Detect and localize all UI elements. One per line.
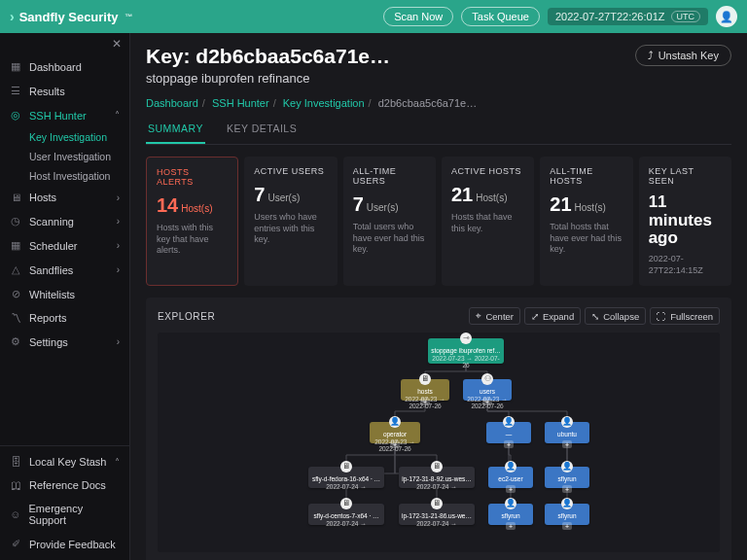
graph-node[interactable]: 👤ec2-user+ xyxy=(488,467,533,488)
crumb-current: d2b6cbaa5c6a71e… xyxy=(378,97,478,109)
node-label: — xyxy=(489,431,528,438)
graph-node[interactable]: 👤sflyrun+ xyxy=(545,467,589,488)
node-type-icon: 👤 xyxy=(503,416,515,428)
sidebar-item-reports[interactable]: 〽Reports xyxy=(0,306,129,330)
graph-node[interactable]: ⊸stoppage ibuprofen ref…2022-07-23 → 202… xyxy=(428,338,504,364)
graph-node[interactable]: 👤—+ xyxy=(486,422,531,443)
sidebar-item-results[interactable]: ☰Results xyxy=(0,79,129,103)
sidebar-item-scheduler[interactable]: ▦Scheduler› xyxy=(0,233,129,258)
stat-value: 14 xyxy=(157,194,178,216)
node-label: users xyxy=(466,388,509,395)
chevron-icon: ˄ xyxy=(115,110,120,121)
explorer-graph[interactable]: ⊸stoppage ibuprofen ref…2022-07-23 → 202… xyxy=(158,332,720,552)
graph-node[interactable]: 👤operator2022-07-23 → 2022-07-26+ xyxy=(370,422,420,443)
tab-key-details[interactable]: KEY DETAILS xyxy=(225,122,299,144)
sidebar-sub-host-investigation[interactable]: Host Investigation xyxy=(0,166,129,186)
stat-meta: Hosts with this key that have alerts. xyxy=(157,223,228,257)
sidebar-item-ssh-hunter[interactable]: ◎SSH Hunter˄ xyxy=(0,103,129,127)
stat-card: ALL-TIME HOSTS21Host(s)Total hosts that … xyxy=(540,157,632,286)
node-expand-icon[interactable]: + xyxy=(506,485,516,493)
crumb-dashboard[interactable]: Dashboard xyxy=(146,97,198,109)
explorer-center-button[interactable]: ⌖Center xyxy=(469,307,520,325)
explorer-fullscreen-button[interactable]: ⛶Fullscreen xyxy=(650,307,720,325)
explorer-title: EXPLORER xyxy=(158,311,215,322)
graph-node[interactable]: 🖥hosts2022-07-23 → 2022-07-26+ xyxy=(401,379,449,401)
collapse-icon: ⤡ xyxy=(591,311,599,322)
sidebar-item-dashboard[interactable]: ▦Dashboard xyxy=(0,54,129,79)
graph-node[interactable]: 🖥ip-172-31-8-92.us-wes…2022-07-24 → xyxy=(399,467,475,488)
unstash-key-button[interactable]: ⤴ Unstash Key xyxy=(635,45,731,66)
node-expand-icon[interactable]: + xyxy=(482,398,492,405)
local-key-stash-header[interactable]: 🗄 Local Key Stash ˄ xyxy=(0,450,129,473)
graph-node[interactable]: 👤sflyrun+ xyxy=(545,504,589,525)
node-expand-icon[interactable]: + xyxy=(562,485,572,493)
clock: 2022-07-27T22:26:01Z UTC xyxy=(548,8,708,25)
stat-unit: User(s) xyxy=(267,192,300,203)
brand-chevron-icon: › xyxy=(10,9,15,24)
nav-icon: △ xyxy=(10,263,21,276)
stat-header: KEY LAST SEEN xyxy=(649,166,722,186)
expand-icon: ⤢ xyxy=(531,311,539,322)
node-sub: 2022-07-24 → xyxy=(402,520,472,527)
breadcrumb: Dashboard/ SSH Hunter/ Key Investigation… xyxy=(146,97,731,109)
graph-node[interactable]: 👤ubuntu+ xyxy=(545,422,589,443)
sidebar-bottom-provide-feedback[interactable]: ✐Provide Feedback xyxy=(0,532,129,556)
nav-icon: ◷ xyxy=(10,215,21,228)
sidebar-bottom-reference-docs[interactable]: 🕮Reference Docs xyxy=(0,473,129,497)
sidebar-item-settings[interactable]: ⚙Settings› xyxy=(0,330,129,354)
node-expand-icon[interactable]: + xyxy=(562,440,572,448)
stat-card: KEY LAST SEEN11 minutes ago2022-07-27T22… xyxy=(639,157,731,286)
sidebar-item-sandflies[interactable]: △Sandflies› xyxy=(0,258,129,282)
stat-card: ACTIVE USERS7User(s)Users who have entri… xyxy=(244,157,337,286)
sidebar-sub-key-investigation[interactable]: Key Investigation xyxy=(0,127,129,147)
sidebar-collapse-icon[interactable]: ✕ xyxy=(0,33,129,54)
graph-node[interactable]: ⚇users2022-07-23 → 2022-07-26+ xyxy=(463,379,512,401)
graph-node[interactable]: 👤sflyrun+ xyxy=(488,504,533,525)
explorer-expand-button[interactable]: ⤢Expand xyxy=(524,307,581,325)
nav-label: Provide Feedback xyxy=(29,539,116,550)
node-expand-icon[interactable]: + xyxy=(420,398,430,405)
stat-card: ALL-TIME USERS7User(s)Total users who ha… xyxy=(343,157,436,286)
tab-summary[interactable]: SUMMARY xyxy=(146,122,205,144)
sidebar-item-whitelists[interactable]: ⊘Whitelists xyxy=(0,282,129,306)
node-type-icon: 👤 xyxy=(389,416,401,428)
nav-label: Reference Docs xyxy=(29,479,106,491)
explorer-collapse-button[interactable]: ⤡Collapse xyxy=(585,307,646,325)
sidebar-item-hosts[interactable]: 🖥Hosts› xyxy=(0,186,129,209)
graph-node[interactable]: 🖥sfly-d-centos-7-x64 · …2022-07-24 → xyxy=(308,504,384,525)
node-expand-icon[interactable]: + xyxy=(504,440,514,448)
node-type-icon: 👤 xyxy=(505,498,516,509)
nav-label: Reports xyxy=(29,312,67,324)
task-queue-button[interactable]: Task Queue xyxy=(461,7,540,26)
crumb-ssh-hunter[interactable]: SSH Hunter xyxy=(212,97,269,109)
node-expand-icon[interactable]: + xyxy=(390,440,400,448)
main-content: Key: d2b6cbaa5c6a71e… stoppage ibuprofen… xyxy=(130,33,747,560)
node-type-icon: ⊸ xyxy=(460,332,472,344)
graph-node[interactable]: 🖥sfly-d-fedora-16-x64 · …2022-07-24 → xyxy=(308,467,384,488)
node-type-icon: 🖥 xyxy=(431,461,443,472)
sidebar-item-scanning[interactable]: ◷Scanning› xyxy=(0,209,129,233)
stat-cards: HOSTS ALERTS14Host(s)Hosts with this key… xyxy=(146,157,731,286)
node-expand-icon[interactable]: + xyxy=(506,522,516,530)
node-expand-icon[interactable]: + xyxy=(562,522,572,530)
crumb-key-investigation[interactable]: Key Investigation xyxy=(283,97,365,109)
nav-icon: ▦ xyxy=(10,239,21,252)
stat-value: 21 xyxy=(451,184,473,205)
node-label: hosts xyxy=(404,388,446,395)
sidebar-sub-user-investigation[interactable]: User Investigation xyxy=(0,147,129,166)
sidebar: ✕ ▦Dashboard☰Results◎SSH Hunter˄Key Inve… xyxy=(0,33,130,560)
node-sub: 2022-07-23 → 2022-07-26 xyxy=(431,355,501,368)
chevron-icon: › xyxy=(117,192,120,203)
stat-value: 21 xyxy=(550,193,571,215)
chevron-icon: › xyxy=(117,336,120,347)
stat-meta: Total users who have ever had this key. xyxy=(353,222,426,256)
stat-value: 7 xyxy=(254,184,265,205)
user-avatar[interactable]: 👤 xyxy=(716,6,737,27)
graph-node[interactable]: 🖥ip-172-31-21-86.us-we…2022-07-24 → xyxy=(399,504,475,525)
node-type-icon: 👤 xyxy=(561,461,573,472)
sidebar-bottom-emergency-support[interactable]: ☺Emergency Support xyxy=(0,497,129,532)
node-type-icon: 🖥 xyxy=(340,498,352,509)
scan-now-button[interactable]: Scan Now xyxy=(383,7,453,26)
nav-label: Hosts xyxy=(29,192,56,203)
node-type-icon: ⚇ xyxy=(481,373,493,385)
